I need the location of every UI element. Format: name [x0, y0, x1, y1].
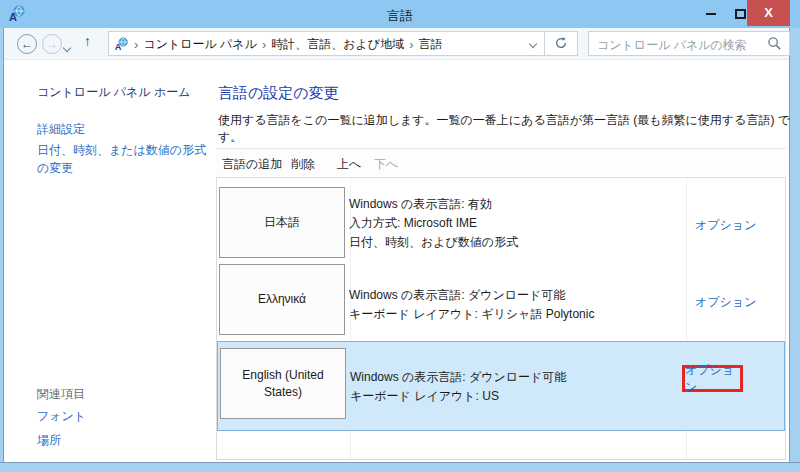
- language-name: 日本語: [264, 214, 300, 231]
- maximize-icon: [735, 9, 746, 19]
- language-name: English (United States): [229, 367, 337, 401]
- language-details: Windows の表示言語: ダウンロード可能キーボード レイアウト: US: [350, 368, 680, 406]
- navigation-bar: ← → ↑ A › コントロール パネル › 時計、言語、および地域 › 言語: [4, 28, 789, 60]
- search-input[interactable]: コントロール パネルの検索: [588, 31, 790, 56]
- options-link[interactable]: オプション: [695, 294, 756, 311]
- up-icon: ↑: [84, 33, 91, 49]
- language-detail-line: Windows の表示言語: ダウンロード可能: [349, 286, 679, 305]
- language-detail-line: Windows の表示言語: ダウンロード可能: [350, 368, 680, 387]
- language-list-toolbar: 言語の追加 削除 上へ 下へ: [216, 148, 786, 176]
- options-link[interactable]: オプション: [685, 362, 740, 396]
- breadcrumb-language[interactable]: 言語: [418, 36, 442, 53]
- options-link[interactable]: オプション: [695, 217, 756, 234]
- language-list: 日本語 Windows の表示言語: 有効入力方式: Microsoft IME…: [216, 177, 786, 460]
- search-placeholder: コントロール パネルの検索: [597, 37, 747, 54]
- recent-pages-dropdown[interactable]: [64, 37, 70, 55]
- chevron-down-icon: [63, 44, 71, 52]
- language-details: Windows の表示言語: 有効入力方式: Microsoft IME日付、時…: [349, 195, 679, 252]
- sidebar-item-change-date-time-formats[interactable]: 日付、時刻、または数値の形式の変更: [37, 141, 217, 177]
- minimize-icon: [706, 13, 716, 15]
- breadcrumb-control-panel[interactable]: コントロール パネル: [143, 36, 257, 53]
- window-border-left: [0, 28, 4, 472]
- language-name-box[interactable]: Ελληνικά: [219, 264, 345, 335]
- page-title: 言語の設定の変更: [218, 84, 339, 103]
- svg-text:A: A: [115, 42, 122, 52]
- language-detail-line: キーボード レイアウト: ギリシャ語 Polytonic: [349, 305, 679, 324]
- language-name-box[interactable]: English (United States): [220, 348, 346, 419]
- breadcrumb-separator-icon: ›: [262, 37, 266, 52]
- move-up-button[interactable]: 上へ: [337, 156, 361, 173]
- window-border-bottom: [0, 462, 800, 472]
- minimize-button[interactable]: [700, 6, 722, 20]
- language-details: Windows の表示言語: ダウンロード可能キーボード レイアウト: ギリシャ…: [349, 286, 679, 324]
- close-button[interactable]: X: [747, 0, 790, 26]
- sidebar-item-fonts[interactable]: フォント: [37, 408, 86, 425]
- back-button[interactable]: ←: [17, 34, 37, 54]
- language-detail-line: キーボード レイアウト: US: [350, 387, 680, 406]
- back-icon: ←: [21, 37, 33, 51]
- language-detail-line: 日付、時刻、および数値の形式: [349, 233, 679, 252]
- close-icon: X: [764, 5, 773, 20]
- language-name: Ελληνικά: [258, 291, 306, 308]
- window-title: 言語: [0, 7, 800, 25]
- language-detail-line: 入力方式: Microsoft IME: [349, 214, 679, 233]
- page-description: 使用する言語をこの一覧に追加します。一覧の一番上にある言語が第一言語 (最も頻繁…: [218, 112, 800, 146]
- add-language-button[interactable]: 言語の追加: [222, 156, 282, 173]
- sidebar-item-advanced-settings[interactable]: 詳細設定: [37, 121, 85, 138]
- sidebar-item-control-panel-home[interactable]: コントロール パネル ホーム: [37, 84, 190, 101]
- language-row[interactable]: Ελληνικά Windows の表示言語: ダウンロード可能キーボード レイ…: [217, 264, 785, 335]
- sidebar-related-items-header: 関連項目: [37, 386, 85, 403]
- window-border-right: [789, 28, 800, 472]
- up-button[interactable]: ↑: [84, 33, 91, 49]
- refresh-icon: [554, 36, 568, 50]
- highlight-annotation-box: オプション: [682, 365, 743, 392]
- titlebar[interactable]: A 言語 X: [0, 0, 800, 28]
- move-down-button[interactable]: 下へ: [374, 156, 398, 173]
- refresh-button[interactable]: [544, 31, 578, 56]
- breadcrumb-separator-icon: ›: [409, 37, 413, 52]
- breadcrumb-separator-icon: ›: [134, 37, 138, 52]
- forward-icon: →: [46, 37, 58, 51]
- language-detail-line: Windows の表示言語: 有効: [349, 195, 679, 214]
- breadcrumb-clock-language-region[interactable]: 時計、言語、および地域: [271, 36, 404, 53]
- search-icon: [767, 36, 782, 51]
- breadcrumb-language-icon: A: [114, 37, 129, 52]
- language-control-panel-window: A 言語 X ← → ↑ A › コントロール パネル › 時計、言語、および地…: [0, 0, 800, 472]
- language-name-box[interactable]: 日本語: [219, 187, 345, 258]
- forward-button[interactable]: →: [42, 34, 62, 54]
- address-dropdown-icon[interactable]: [529, 40, 537, 48]
- sidebar-item-location[interactable]: 場所: [37, 432, 61, 449]
- language-row[interactable]: 日本語 Windows の表示言語: 有効入力方式: Microsoft IME…: [217, 187, 785, 258]
- address-bar[interactable]: A › コントロール パネル › 時計、言語、および地域 › 言語: [108, 31, 545, 56]
- remove-language-button[interactable]: 削除: [291, 156, 315, 173]
- language-row[interactable]: English (United States) Windows の表示言語: ダ…: [217, 341, 785, 431]
